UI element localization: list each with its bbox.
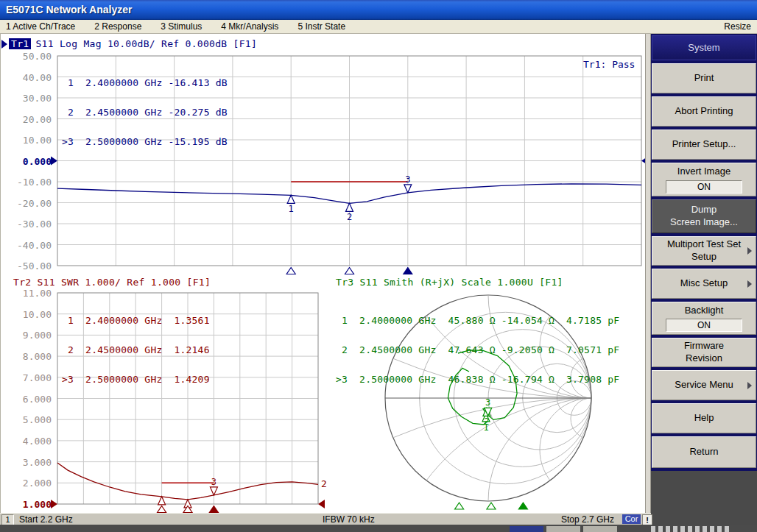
tr2-axis-label: 2.000	[6, 478, 52, 489]
tr1-marker-row: 2 2.4500000 GHz -20.275 dB	[62, 107, 228, 117]
tr2-axis-reference-label: 1.000	[6, 499, 52, 510]
tr1-axis-label: 20.00	[6, 114, 52, 125]
tr3-title: S11 Smith (R+jX) Scale 1.000U [F1]	[359, 277, 563, 288]
sidebar-empty-area	[651, 471, 757, 525]
softkey-dump-screen-image[interactable]: Dump Screen Image...	[652, 199, 756, 233]
softkey-firmware-revision[interactable]: Firmware Revision	[652, 338, 756, 367]
softkey-print[interactable]: Print	[652, 63, 756, 93]
softkey-firmware-revision-label: Firmware Revision	[684, 340, 724, 365]
tr2-marker-row: 1 2.4000000 GHz 1.3561	[62, 316, 210, 325]
softkey-invert-image-state[interactable]: ON	[666, 180, 742, 194]
stop-frequency-readout: Stop 2.7 GHz	[561, 514, 614, 525]
submenu-arrow-icon	[747, 247, 752, 255]
softkey-system[interactable]: System	[652, 35, 756, 60]
tr1-axis-label: -20.00	[6, 198, 52, 209]
tr2-axis-label: 6.000	[6, 394, 52, 405]
tr3-badge[interactable]: Tr3	[336, 277, 353, 288]
tr1-axis-label: -40.00	[6, 240, 52, 251]
softkey-multiport-test-set-setup[interactable]: Multiport Test Set Setup	[652, 236, 756, 266]
correction-status-badge: Cor	[622, 514, 641, 524]
menu-instr-state[interactable]: 5 Instr State	[297, 21, 345, 32]
status-bar: 1 Start 2.2 GHz IFBW 70 kHz Stop 2.7 GHz…	[0, 513, 651, 525]
softkey-misc-setup[interactable]: Misc Setup	[652, 269, 756, 299]
tr1-axis-label: 10.00	[6, 135, 52, 146]
submenu-arrow-icon	[747, 382, 752, 389]
softkey-return[interactable]: Return	[652, 436, 756, 468]
tr1-axis-label: 40.00	[6, 72, 52, 83]
tr1-axis-label: -10.00	[6, 177, 52, 188]
panel-splitter[interactable]	[645, 34, 651, 513]
tr1-axis-label: 50.00	[6, 51, 52, 62]
tr1-axis-label: 30.00	[6, 93, 52, 104]
clipped-clock-digits	[651, 526, 732, 532]
window-titlebar: E5071C Network Analyzer	[0, 0, 757, 20]
softkey-help-label: Help	[694, 412, 714, 425]
softkey-dump-screen-image-label: Dump Screen Image...	[670, 204, 738, 229]
submenu-arrow-icon	[747, 280, 752, 288]
tr2-axis-label: 4.000	[6, 436, 52, 447]
tr1-marker-row: >3 2.5000000 GHz -15.195 dB	[62, 137, 228, 146]
tr1-header[interactable]: Tr1 S11 Log Mag 10.00dB/ Ref 0.000dB [F1…	[1, 38, 257, 49]
tr2-marker-table: 1 2.4000000 GHz 1.3561 2 2.4500000 GHz 1…	[62, 296, 210, 404]
clipped-task-strip	[0, 525, 757, 532]
resize-control[interactable]: Resize	[724, 21, 751, 32]
start-frequency-readout: Start 2.2 GHz	[19, 514, 73, 525]
menu-response[interactable]: 2 Response	[94, 21, 141, 32]
tr1-marker-row: 1 2.4000000 GHz -16.413 dB	[62, 78, 228, 88]
tr1-axis-label: -30.00	[6, 219, 52, 230]
tr2-title: S11 SWR 1.000/ Ref 1.000 [F1]	[37, 277, 211, 288]
clipped-taskbar-item	[546, 526, 580, 532]
tr2-badge[interactable]: Tr2	[13, 277, 31, 288]
tr2-axis-label: 11.00	[6, 288, 52, 299]
softkey-help[interactable]: Help	[652, 403, 756, 433]
window-title: E5071C Network Analyzer	[6, 4, 132, 15]
softkey-service-menu[interactable]: Service Menu	[652, 370, 756, 400]
ifbw-readout: IFBW 70 kHz	[323, 514, 375, 525]
menu-active-ch-trace[interactable]: 1 Active Ch/Trace	[6, 21, 75, 32]
tr3-header[interactable]: Tr3 S11 Smith (R+jX) Scale 1.000U [F1]	[336, 277, 563, 288]
menubar: 1 Active Ch/Trace 2 Response 3 Stimulus …	[0, 20, 757, 34]
tr1-badge[interactable]: Tr1	[9, 38, 31, 49]
tr2-axis-label: 10.00	[6, 309, 52, 320]
tr3-marker-row: 1 2.4000000 GHz 45.880 Ω -14.054 Ω 4.718…	[336, 316, 619, 325]
softkey-multiport-label: Multiport Test Set Setup	[667, 238, 741, 263]
tr2-axis-label: 8.000	[6, 351, 52, 362]
clipped-taskbar-item	[510, 526, 543, 532]
active-trace-arrow-icon	[1, 40, 7, 49]
instrument-screen: E5071C Network Analyzer 1 Active Ch/Trac…	[0, 0, 757, 532]
tr2-axis-label: 9.000	[6, 330, 52, 341]
tr1-axis-label: -50.00	[6, 260, 52, 272]
softkey-invert-image-label: Invert Image	[677, 166, 730, 178]
softkey-print-label: Print	[694, 72, 714, 85]
menu-stimulus[interactable]: 3 Stimulus	[161, 21, 202, 32]
softkey-backlight[interactable]: Backlight ON	[652, 302, 756, 335]
tr1-limit-status: Tr1: Pass	[583, 59, 635, 70]
tr2-marker-row: >3 2.5000000 GHz 1.4209	[62, 375, 210, 384]
tr2-axis-label: 3.000	[6, 457, 52, 468]
softkey-printer-setup[interactable]: Printer Setup...	[652, 130, 756, 160]
menu-mkr-analysis[interactable]: 4 Mkr/Analysis	[221, 21, 278, 32]
tr1-marker-table: 1 2.4000000 GHz -16.413 dB 2 2.4500000 G…	[62, 58, 228, 166]
softkey-abort-printing-label: Abort Printing	[675, 105, 733, 118]
softkey-backlight-label: Backlight	[685, 305, 724, 317]
tr2-axis-label: 5.000	[6, 414, 52, 425]
channel-number-badge: 1	[1, 514, 14, 525]
softkey-sidebar: System Print Abort Printing Printer Setu…	[651, 34, 757, 525]
tr2-header[interactable]: Tr2 S11 SWR 1.000/ Ref 1.000 [F1]	[13, 277, 211, 288]
softkey-system-label: System	[688, 42, 719, 54]
tr2-marker-row: 2 2.4500000 GHz 1.2146	[62, 345, 210, 355]
softkey-service-menu-label: Service Menu	[675, 379, 733, 391]
tr1-title: S11 Log Mag 10.00dB/ Ref 0.000dB [F1]	[35, 38, 257, 49]
tr3-marker-table: 1 2.4000000 GHz 45.880 Ω -14.054 Ω 4.718…	[336, 296, 619, 404]
clipped-taskbar-item	[583, 526, 617, 532]
softkey-return-label: Return	[689, 446, 718, 458]
softkey-abort-printing[interactable]: Abort Printing	[652, 96, 756, 127]
softkey-backlight-state[interactable]: ON	[666, 319, 742, 332]
tr3-marker-row: 2 2.4500000 GHz 47.643 Ω -9.2050 Ω 7.057…	[336, 345, 619, 355]
softkey-printer-setup-label: Printer Setup...	[672, 138, 736, 151]
tr2-axis-label: 7.000	[6, 372, 52, 383]
tr1-axis-reference-label: 0.000	[6, 156, 52, 167]
tr3-marker-row: >3 2.5000000 GHz 46.838 Ω -16.794 Ω 3.79…	[336, 375, 619, 384]
softkey-misc-setup-label: Misc Setup	[680, 277, 728, 290]
softkey-invert-image[interactable]: Invert Image ON	[652, 163, 756, 196]
